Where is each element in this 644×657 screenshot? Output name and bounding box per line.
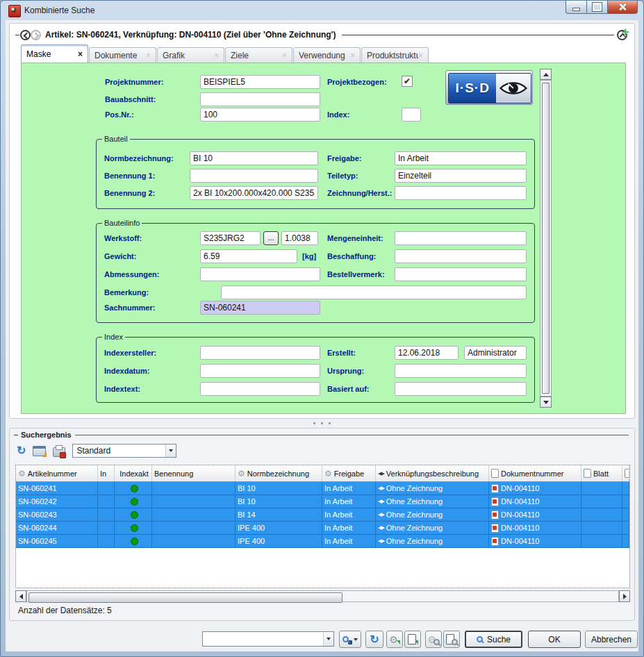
maximize-button[interactable] bbox=[587, 1, 607, 14]
cell-normbezeichnung: IPE 400 bbox=[236, 522, 322, 535]
chevron-down-icon bbox=[169, 449, 173, 452]
table-row[interactable]: SN-060244IPE 400In Arbeit◀▶Ohne Zeichnun… bbox=[16, 522, 629, 535]
cell-benennung bbox=[152, 495, 236, 508]
projektbezogen-checkbox[interactable]: ✔ bbox=[402, 76, 413, 87]
indexdatum-field[interactable] bbox=[200, 364, 320, 378]
minimize-button[interactable] bbox=[565, 1, 587, 14]
tab-close-icon[interactable]: × bbox=[214, 51, 219, 60]
search-article-button[interactable]: ⚙ bbox=[425, 631, 442, 648]
freigabe-field[interactable] bbox=[395, 151, 527, 165]
scroll-right-button[interactable] bbox=[619, 590, 630, 602]
abbrechen-button[interactable]: Abbrechen bbox=[585, 631, 638, 648]
tab-ziele[interactable]: Ziele× bbox=[225, 47, 292, 63]
next-record-button[interactable] bbox=[31, 30, 41, 40]
tab-close-icon[interactable]: × bbox=[418, 51, 423, 60]
indextext-field[interactable] bbox=[200, 382, 320, 396]
ok-button[interactable]: OK bbox=[528, 631, 581, 648]
tab-verwendung[interactable]: Verwendung× bbox=[293, 47, 361, 63]
panel-splitter[interactable] bbox=[6, 419, 638, 427]
close-button[interactable] bbox=[607, 1, 638, 14]
tab-close-icon[interactable]: × bbox=[78, 50, 83, 58]
bestellvermerk-field[interactable] bbox=[395, 267, 527, 281]
werkstoff-browse-button[interactable]: ... bbox=[263, 231, 279, 245]
search-icon bbox=[342, 636, 349, 642]
ursprung-field[interactable] bbox=[395, 364, 527, 378]
cell-artikelnummer: SN-060244 bbox=[16, 522, 98, 535]
tab-close-icon[interactable]: × bbox=[146, 51, 151, 60]
column-header-blatt[interactable]: Blatt bbox=[581, 465, 622, 481]
projektnummer-field[interactable] bbox=[200, 75, 320, 89]
search-profile-select[interactable] bbox=[202, 631, 334, 647]
table-horizontal-scrollbar[interactable] bbox=[15, 590, 630, 602]
basiert-auf-field[interactable] bbox=[395, 382, 527, 396]
column-header-normbezeichnung[interactable]: ⚙Normbezeichnung bbox=[236, 465, 322, 481]
normbezeichnung-field[interactable] bbox=[190, 151, 318, 165]
print-icon[interactable] bbox=[53, 447, 65, 457]
posnr-field[interactable] bbox=[200, 108, 320, 122]
column-header-indexakt[interactable]: Indexakt bbox=[115, 465, 152, 481]
benennung2-field[interactable] bbox=[190, 186, 318, 200]
tab-maske[interactable]: Maske× bbox=[21, 44, 88, 63]
sachnummer-field[interactable] bbox=[200, 301, 320, 315]
cell-extra bbox=[622, 495, 629, 508]
search-document-button[interactable] bbox=[443, 631, 460, 648]
dropdown-arrow-button[interactable] bbox=[165, 444, 176, 457]
form-vertical-scrollbar[interactable] bbox=[540, 69, 552, 408]
tab-produktstruktur[interactable]: Produktstruktur× bbox=[361, 47, 429, 63]
benennung1-field[interactable] bbox=[190, 169, 318, 183]
tab-dokumente[interactable]: Dokumente× bbox=[89, 47, 156, 63]
dropdown-arrow-button[interactable] bbox=[323, 632, 333, 646]
refresh-results-button[interactable]: ↻ bbox=[17, 445, 26, 456]
tab-close-icon[interactable]: × bbox=[282, 51, 287, 60]
indexersteller-field[interactable] bbox=[200, 346, 320, 360]
bemerkung-field[interactable] bbox=[221, 285, 527, 299]
table-row[interactable]: SN-060243BI 14In Arbeit◀▶Ohne ZeichnungD… bbox=[16, 508, 629, 522]
column-header-dokumentnummer[interactable]: Dokumentnummer bbox=[489, 465, 581, 481]
column-header-artikelnummer[interactable]: ⚙Artikelnummer bbox=[16, 465, 98, 481]
table-row[interactable]: SN-060245IPE 400In Arbeit◀▶Ohne Zeichnun… bbox=[16, 535, 629, 548]
article-panel: Artikel: SN-060241, Verknüpfung: DN-0041… bbox=[9, 23, 635, 419]
arrow-down-icon bbox=[543, 401, 549, 404]
tab-strip: Maske× Dokumente× Grafik× Ziele× Verwend… bbox=[21, 44, 627, 63]
refresh-button[interactable]: ↻ bbox=[365, 631, 383, 648]
document-icon bbox=[408, 634, 416, 644]
werkstoff-nummer-field[interactable] bbox=[281, 231, 318, 245]
bauabschnitt-field[interactable] bbox=[200, 92, 320, 106]
cell-indexakt bbox=[115, 482, 152, 495]
saved-search-button[interactable] bbox=[339, 631, 361, 648]
column-header-in[interactable]: In bbox=[98, 465, 115, 481]
isd-logo-text: I·S·D bbox=[449, 74, 496, 103]
column-header-benennung[interactable]: Benennung bbox=[152, 465, 236, 481]
tab-grafik[interactable]: Grafik× bbox=[157, 47, 224, 63]
gewicht-field[interactable] bbox=[200, 249, 297, 263]
index-field[interactable] bbox=[402, 108, 421, 122]
new-article-button[interactable]: ⚙ bbox=[386, 631, 403, 648]
suche-button[interactable]: Suche bbox=[465, 631, 522, 648]
result-view-select[interactable]: Standard bbox=[72, 444, 176, 458]
scrollbar-thumb[interactable] bbox=[28, 592, 342, 603]
table-row[interactable]: SN-060241BI 10In Arbeit◀▶Ohne ZeichnungD… bbox=[16, 482, 629, 495]
column-header-extra[interactable] bbox=[622, 465, 629, 481]
previous-record-button[interactable] bbox=[20, 30, 31, 40]
zeichnung-herst-field[interactable] bbox=[395, 186, 527, 200]
erstellt-benutzer-field[interactable] bbox=[464, 346, 527, 360]
cell-verknuepfung: ◀▶Ohne Zeichnung bbox=[376, 482, 489, 495]
abmessungen-field[interactable] bbox=[200, 267, 320, 281]
scroll-up-button[interactable] bbox=[540, 69, 552, 80]
teiletyp-field[interactable] bbox=[395, 169, 527, 183]
export-icon[interactable] bbox=[33, 446, 46, 456]
scroll-down-button[interactable] bbox=[540, 397, 552, 408]
werkstoff-field[interactable] bbox=[200, 231, 261, 245]
table-row[interactable]: SN-060242BI 10In Arbeit◀▶Ohne ZeichnungD… bbox=[16, 495, 629, 508]
mengeneinheit-field[interactable] bbox=[395, 231, 527, 245]
add-tab-button[interactable]: + bbox=[619, 26, 631, 38]
table-body: SN-060241BI 10In Arbeit◀▶Ohne ZeichnungD… bbox=[16, 482, 629, 548]
erstellt-datum-field[interactable] bbox=[395, 346, 459, 360]
column-header-verknüpfungsbeschreibung[interactable]: ◀▶Verknüpfungsbeschreibung bbox=[376, 465, 489, 481]
beschaffung-field[interactable] bbox=[395, 249, 527, 263]
tab-close-icon[interactable]: × bbox=[350, 51, 355, 60]
scrollbar-thumb[interactable] bbox=[542, 83, 550, 394]
scroll-left-button[interactable] bbox=[15, 590, 26, 602]
new-document-button[interactable] bbox=[404, 631, 421, 648]
column-header-freigabe[interactable]: ⚙Freigabe bbox=[322, 465, 376, 481]
